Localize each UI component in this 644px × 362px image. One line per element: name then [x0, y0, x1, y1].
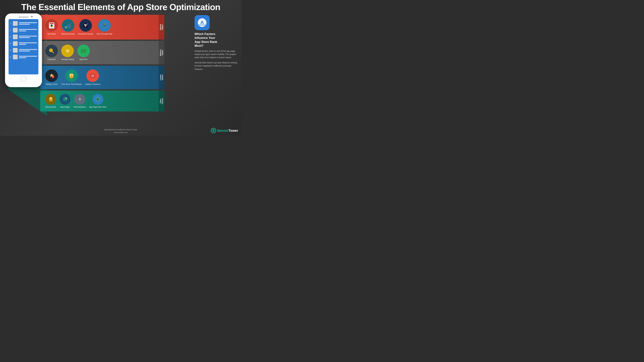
medium-impact-label: MediumImpact — [159, 41, 164, 64]
lowest-impact-label: LowestImpact — [159, 66, 164, 89]
phone-row-4: 4 — [10, 41, 37, 46]
total-downloads-icon — [62, 19, 74, 32]
svg-text:+: + — [52, 76, 54, 78]
title-area: The Essential Elements of App Store Opti… — [0, 2, 242, 12]
band-other-factors: Discard Rate App Usage Web Backlinks — [40, 90, 164, 111]
ratings-count-label: Ratings Count — [46, 83, 58, 85]
band-item-web-backlinks: Web Backlinks — [74, 94, 86, 108]
svg-rect-32 — [71, 73, 72, 74]
average-rating-label: Average Rating — [61, 58, 74, 60]
app-price-icon: $ — [77, 44, 90, 57]
info-body-1: Multiple factors, both on and off the ap… — [194, 50, 238, 59]
band-item-average-rating: Average Rating — [61, 44, 74, 60]
band-highest-impact: App Name Total Downloads Download Veloci… — [40, 15, 164, 39]
svg-text:$: $ — [83, 50, 84, 52]
phone-illustration: 1 2 3 4 5 — [5, 13, 42, 87]
app-usage-label: App Usage — [60, 106, 70, 108]
footer: App Marketing Intelligence Made Simple s… — [0, 128, 242, 134]
keywords-icon — [45, 44, 58, 57]
band-item-keywords: Keywords — [45, 44, 58, 60]
app-name-icon — [45, 19, 58, 32]
ratings-count-icon: + — [45, 69, 58, 82]
svg-point-15 — [88, 23, 88, 24]
discard-rate-icon — [45, 94, 56, 105]
band-item-app-page-visits: App Page Web Visits — [89, 94, 106, 108]
phone-row-5: 5 — [10, 48, 37, 53]
band-item-app-usage: App Usage — [60, 94, 70, 108]
phone-row-2: 2 — [10, 27, 37, 33]
highest-items: App Name Total Downloads Download Veloci… — [40, 19, 159, 35]
band-item-click-through-rate: Click-Through Rate — [96, 19, 112, 35]
time-since-release-icon — [65, 69, 78, 82]
update-frequency-icon — [86, 69, 99, 82]
band-item-time-since-release: Time Since First Release — [61, 69, 82, 85]
discard-rate-label: Discard Rate — [46, 106, 56, 108]
svg-rect-8 — [65, 26, 66, 28]
web-backlinks-label: Web Backlinks — [74, 106, 86, 108]
keywords-label: Keywords — [48, 58, 56, 60]
sensortower-logo: SensorTower — [211, 128, 238, 133]
svg-text:A: A — [200, 20, 204, 25]
phone-row-1: 1 — [10, 21, 37, 26]
svg-point-47 — [64, 98, 66, 100]
app-name-label: App Name — [47, 33, 56, 35]
svg-point-40 — [50, 97, 52, 99]
page-title: The Essential Elements of App Store Opti… — [0, 2, 242, 12]
other-factors-label: OtherFactors — [159, 90, 164, 111]
svg-point-7 — [51, 25, 52, 26]
sensortower-icon — [211, 128, 216, 133]
update-frequency-label: Update Frequency — [85, 83, 100, 85]
band-item-update-frequency: Update Frequency — [85, 69, 100, 85]
band-item-discard-rate: Discard Rate — [45, 94, 56, 108]
svg-rect-5 — [50, 23, 54, 24]
average-rating-icon — [61, 44, 74, 57]
band-item-download-velocity: Download Velocity — [78, 19, 93, 35]
band-medium-impact: Keywords Average Rating $ App Price Medi… — [40, 41, 164, 64]
svg-rect-9 — [67, 25, 68, 28]
svg-point-65 — [213, 130, 214, 131]
phone-row-6: 6 — [10, 54, 37, 60]
band-item-ratings-count: + Ratings Count — [45, 69, 58, 85]
band-item-app-price: $ App Price — [77, 44, 90, 60]
svg-point-13 — [85, 25, 86, 26]
phone-camera — [31, 16, 33, 17]
other-items: Discard Rate App Usage Web Backlinks — [40, 94, 159, 108]
time-since-release-label: Time Since First Release — [61, 83, 82, 85]
lowest-items: + Ratings Count Time Since First Release… — [40, 69, 159, 85]
medium-items: Keywords Average Rating $ App Price — [40, 44, 159, 60]
app-page-visits-icon — [92, 94, 103, 105]
svg-rect-10 — [69, 23, 70, 28]
total-downloads-label: Total Downloads — [61, 33, 75, 35]
svg-marker-22 — [65, 48, 70, 53]
band-item-app-name: App Name — [45, 19, 58, 35]
svg-rect-21 — [52, 51, 54, 53]
info-heading: Which FactorsInfluence YourApp Store Ran… — [194, 32, 238, 48]
footer-line1: App Marketing Intelligence Made Simple — [0, 128, 242, 131]
band-lowest-impact: + Ratings Count Time Since First Release… — [40, 66, 164, 89]
svg-point-20 — [49, 49, 53, 52]
app-page-visits-label: App Page Web Visits — [89, 106, 106, 108]
app-store-icon: A — [194, 15, 210, 30]
band-item-total-downloads: Total Downloads — [61, 19, 75, 35]
click-through-rate-label: Click-Through Rate — [96, 33, 112, 35]
phone-screen: 1 2 3 4 5 — [8, 19, 38, 74]
highest-impact-label: HighestImpact — [159, 15, 164, 39]
click-through-rate-icon — [98, 19, 111, 32]
info-body-2: Several other factors can also influence… — [194, 61, 238, 71]
web-backlinks-icon — [74, 94, 85, 105]
phone-row-3: 3 — [10, 34, 37, 39]
footer-line2: sensortower.com — [0, 131, 242, 134]
svg-point-14 — [86, 24, 88, 24]
app-price-label: App Price — [80, 58, 88, 60]
phone-home-button — [20, 76, 26, 82]
bands-container: App Name Total Downloads Download Veloci… — [40, 15, 164, 113]
download-velocity-icon — [79, 19, 92, 32]
download-velocity-label: Download Velocity — [78, 33, 93, 35]
app-usage-icon — [60, 94, 70, 105]
info-panel: A Which FactorsInfluence YourApp Store R… — [194, 15, 238, 73]
phone-speaker — [18, 16, 28, 18]
sensortower-text: SensorTower — [217, 129, 238, 133]
